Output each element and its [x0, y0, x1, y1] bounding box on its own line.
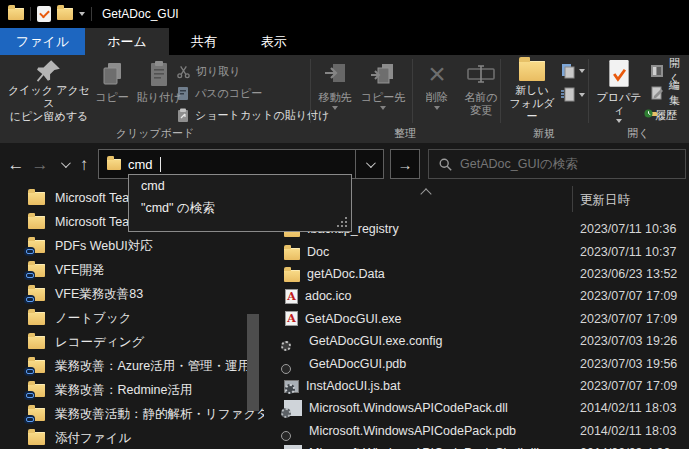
copy-path-icon	[176, 86, 190, 101]
file-name: InstAdocUI.js.bat	[306, 379, 401, 393]
sidebar-item[interactable]: 業務改善：Azure活用・管理・運用	[0, 354, 264, 378]
back-button[interactable]: ←	[4, 143, 28, 186]
qat-properties-icon[interactable]	[37, 6, 51, 22]
scissors-icon	[176, 64, 191, 79]
move-to-label: 移動先	[319, 91, 352, 104]
qat-newfolder-icon[interactable]	[57, 8, 73, 20]
easy-access-button[interactable]	[560, 85, 585, 105]
paste-shortcut-button[interactable]: ショートカットの貼り付け	[176, 105, 329, 125]
sidebar-item-label: レコーディング	[55, 334, 144, 351]
folder-icon	[28, 240, 45, 253]
file-row[interactable]: getADoc.Data 2023/06/23 13:52	[270, 263, 689, 285]
file-date-modified: 2014/02/11 18:03	[580, 424, 676, 438]
sidebar-item[interactable]: 添付ファイル	[0, 426, 264, 449]
file-row[interactable]: adoc.ico 2023/07/07 17:09	[270, 285, 689, 307]
sidebar-item[interactable]: VFE業務改善83	[0, 282, 264, 306]
search-box[interactable]	[428, 149, 686, 179]
pin-to-quick-access-button[interactable]: クイック アクセスにピン留めする	[4, 57, 94, 123]
file-row[interactable]: Microsoft.WindowsAPICodePack.Shell.dll 2…	[270, 442, 689, 449]
link-badge-icon	[24, 367, 35, 376]
file-icon	[284, 333, 302, 349]
easy-access-icon	[560, 87, 576, 103]
easy-access-caret-icon	[579, 93, 585, 97]
tab-home[interactable]: ホーム	[85, 28, 169, 55]
new-folder-label-2: フォルダー	[504, 97, 560, 123]
tab-file[interactable]: ファイル	[0, 28, 85, 55]
sort-ascending-icon[interactable]	[420, 188, 431, 199]
address-dropdown-chevron[interactable]	[356, 149, 384, 179]
sidebar-item[interactable]: VFE開発	[0, 258, 264, 282]
suggestion-item[interactable]: cmd	[129, 175, 351, 197]
column-separator[interactable]	[572, 186, 573, 212]
file-row[interactable]: InstAdocUI.js.bat 2023/07/07 17:09	[270, 375, 689, 397]
group-separator	[588, 59, 589, 123]
sidebar-item[interactable]: PDFs WebUI対応	[0, 234, 264, 258]
pin-label-2: にピン留めする	[10, 110, 89, 123]
group-inner-separator	[412, 59, 413, 123]
ribbon-tabs: ファイル ホーム 共有 表示	[0, 28, 689, 55]
sidebar-item[interactable]: レコーディング	[0, 330, 264, 354]
forward-button[interactable]: →	[28, 143, 52, 186]
file-name: Doc	[307, 245, 329, 259]
copy-button[interactable]: コピー	[90, 57, 134, 123]
tab-view[interactable]: 表示	[239, 28, 309, 55]
text-caret	[160, 157, 161, 172]
properties-icon	[606, 57, 632, 91]
folder-icon	[28, 360, 45, 373]
file-row[interactable]: Microsoft.WindowsAPICodePack.dll 2014/02…	[270, 397, 689, 419]
folder-icon	[28, 384, 45, 397]
new-item-button[interactable]	[560, 61, 585, 81]
file-row[interactable]: Doc 2023/07/11 10:37	[270, 240, 689, 262]
qat-customize-caret-icon[interactable]	[79, 12, 85, 16]
new-folder-label-1: 新しい	[515, 84, 549, 97]
properties-button[interactable]: プロパティ	[592, 57, 646, 123]
link-badge-icon	[24, 247, 35, 256]
rename-button[interactable]: 名前の変更	[458, 57, 504, 123]
search-input[interactable]	[460, 157, 660, 171]
properties-caret-icon	[616, 119, 622, 123]
file-row[interactable]: Microsoft.WindowsAPICodePack.pdb 2014/02…	[270, 420, 689, 442]
file-row[interactable]: GetADocGUI.exe 2023/07/07 17:09	[270, 308, 689, 330]
new-folder-button[interactable]: 新しいフォルダー	[504, 57, 560, 123]
new-folder-icon	[519, 57, 545, 84]
file-row[interactable]: GetADocGUI.pdb 2023/07/03 19:56	[270, 352, 689, 374]
move-to-button[interactable]: 移動先	[312, 57, 358, 123]
titlebar: GetADoc_GUI	[0, 0, 689, 28]
file-name: GetADocGUI.exe.config	[309, 334, 442, 348]
file-date-modified: 2023/07/07 17:09	[580, 289, 677, 303]
edit-label: 編集	[669, 78, 689, 108]
column-header-date-modified[interactable]: 更新日時	[580, 192, 630, 209]
paste-icon	[147, 57, 171, 91]
file-icon	[284, 248, 300, 260]
cut-button[interactable]: 切り取り	[176, 61, 241, 81]
folder-icon	[28, 264, 45, 277]
resize-grip-icon[interactable]	[337, 217, 347, 227]
up-button[interactable]: ↑	[72, 143, 96, 186]
sidebar-item[interactable]: 業務改善活動：静的解析・リファクタリン	[0, 402, 264, 426]
paste-label: 貼り付け	[137, 91, 182, 104]
tab-share[interactable]: 共有	[169, 28, 239, 55]
file-icon	[284, 423, 302, 439]
sidebar-item[interactable]: ノートブック	[0, 306, 264, 330]
pin-icon	[36, 57, 62, 84]
sidebar-item-label: VFE業務改善83	[55, 286, 143, 303]
go-to-button[interactable]: →	[390, 149, 420, 179]
file-icon	[284, 445, 302, 449]
edit-button[interactable]: 編集	[650, 83, 689, 103]
sidebar-scrollbar-thumb[interactable]	[247, 314, 259, 411]
delete-button[interactable]: × 削除	[416, 57, 458, 123]
file-name: adoc.ico	[305, 289, 352, 303]
copy-path-button[interactable]: パスのコピー	[176, 83, 262, 103]
copy-to-button[interactable]: コピー先	[358, 57, 408, 123]
group-label-new: 新規	[500, 126, 588, 140]
file-date-modified: 2014/02/11 18:03	[580, 401, 676, 415]
file-name: getADoc.Data	[307, 267, 385, 281]
history-button[interactable]: 履歴	[650, 105, 677, 125]
sidebar-item-label: 添付ファイル	[55, 430, 131, 447]
sidebar-item[interactable]: 業務改善：Redmine活用	[0, 378, 264, 402]
file-date-modified: 2023/07/11 10:36	[580, 222, 676, 236]
file-date-modified: 2023/07/07 17:09	[580, 312, 677, 326]
suggestion-item[interactable]: "cmd" の検索	[129, 197, 351, 219]
file-row[interactable]: GetADocGUI.exe.config 2023/07/03 19:26	[270, 330, 689, 352]
move-to-icon	[323, 57, 347, 91]
